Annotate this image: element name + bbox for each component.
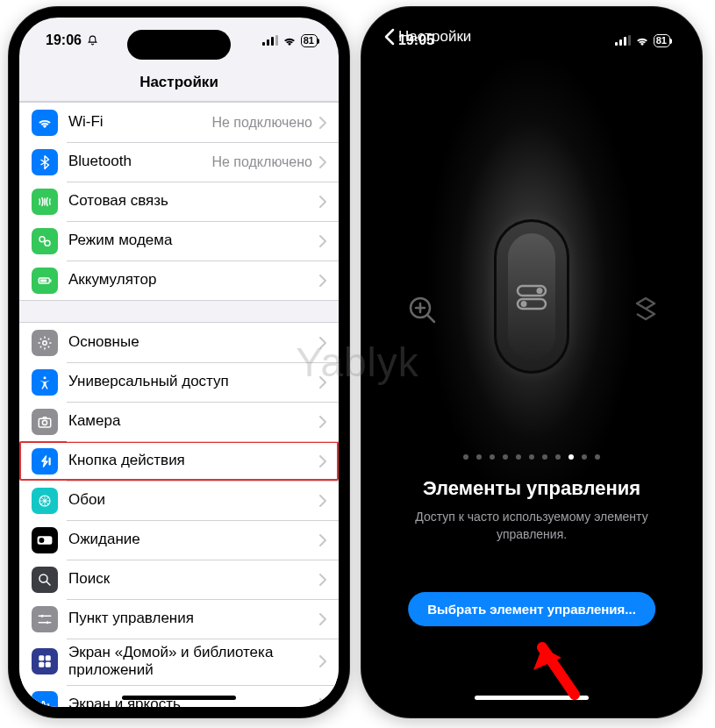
accessibility-icon bbox=[32, 369, 58, 396]
svg-point-12 bbox=[42, 420, 46, 425]
page-dot[interactable] bbox=[582, 454, 587, 460]
wifi-icon bbox=[282, 35, 297, 46]
select-control-button[interactable]: Выбрать элемент управления... bbox=[408, 592, 655, 626]
settings-row-accessibility[interactable]: Универсальный доступ bbox=[19, 362, 339, 402]
action-button-screen: 19:05 81 bbox=[372, 18, 691, 707]
settings-row-camera[interactable]: Камера bbox=[19, 402, 339, 441]
row-label: Аккумулятор bbox=[68, 271, 319, 289]
settings-row-battery[interactable]: Аккумулятор bbox=[19, 261, 339, 300]
row-label: Поиск bbox=[68, 570, 319, 588]
dynamic-island bbox=[127, 30, 231, 60]
back-button[interactable]: Настройки bbox=[384, 18, 471, 56]
chevron-right-icon bbox=[319, 196, 326, 208]
row-label: Экран «Домой» и библиотека приложений bbox=[68, 644, 319, 680]
cellular-signal-icon bbox=[615, 35, 631, 46]
settings-row-standby[interactable]: Ожидание bbox=[19, 520, 339, 560]
row-label: Основные bbox=[68, 333, 319, 351]
page-dot[interactable] bbox=[529, 454, 534, 460]
page-dot[interactable] bbox=[542, 454, 547, 460]
page-dot[interactable] bbox=[516, 454, 521, 460]
battery-level: 81 bbox=[304, 36, 314, 46]
page-dot[interactable] bbox=[476, 454, 482, 460]
chevron-right-icon bbox=[319, 698, 326, 707]
settings-row-general[interactable]: Основные bbox=[19, 323, 339, 362]
back-label: Настройки bbox=[398, 28, 471, 46]
page-dots[interactable] bbox=[372, 454, 691, 460]
svg-rect-23 bbox=[39, 662, 44, 667]
settings-row-bluetooth[interactable]: BluetoothНе подключено bbox=[19, 142, 339, 182]
page-dot[interactable] bbox=[595, 454, 600, 460]
svg-rect-22 bbox=[46, 656, 51, 661]
row-label: Ожидание bbox=[68, 531, 319, 548]
hotspot-icon bbox=[32, 228, 58, 254]
settings-list[interactable]: Wi-FiНе подключеноBluetoothНе подключено… bbox=[19, 102, 339, 707]
bell-icon bbox=[87, 35, 98, 46]
settings-row-action-button[interactable]: Кнопка действия bbox=[19, 441, 339, 481]
battery-icon bbox=[32, 268, 58, 294]
screen-right: 19:05 81 bbox=[372, 18, 691, 707]
settings-row-cellular[interactable]: Сотовая связь bbox=[19, 182, 339, 221]
svg-point-17 bbox=[39, 538, 44, 543]
page-dot[interactable] bbox=[463, 454, 468, 460]
settings-row-wifi[interactable]: Wi-FiНе подключено bbox=[19, 103, 339, 142]
camera-icon bbox=[32, 409, 58, 435]
control-center-icon bbox=[32, 606, 58, 632]
svg-point-5 bbox=[45, 240, 50, 246]
screen-left: 19:06 81 На bbox=[19, 18, 339, 707]
settings-row-home-screen[interactable]: Экран «Домой» и библиотека приложений bbox=[19, 639, 339, 685]
action-button-icon bbox=[32, 448, 58, 475]
info-title: Элементы управления bbox=[393, 477, 670, 500]
row-label: Сотовая связь bbox=[68, 192, 319, 210]
status-time: 19:06 bbox=[46, 32, 98, 48]
settings-row-hotspot[interactable]: Режим модема bbox=[19, 221, 339, 261]
chevron-right-icon bbox=[319, 574, 326, 586]
chevron-right-icon bbox=[319, 235, 326, 247]
settings-row-search[interactable]: Поиск bbox=[19, 560, 339, 599]
row-label: Камера bbox=[68, 412, 319, 430]
row-label: Обои bbox=[68, 491, 319, 509]
general-icon bbox=[32, 330, 58, 356]
magnifier-plus-icon[interactable] bbox=[402, 289, 444, 332]
battery-indicator: 81 bbox=[301, 34, 318, 47]
svg-rect-3 bbox=[275, 35, 278, 46]
row-label: Wi-Fi bbox=[68, 113, 211, 131]
page-dot[interactable] bbox=[490, 454, 495, 460]
bluetooth-icon bbox=[32, 149, 58, 175]
time-label: 19:06 bbox=[46, 32, 82, 48]
chevron-right-icon bbox=[319, 655, 326, 667]
svg-rect-0 bbox=[262, 42, 265, 46]
iphone-frame-left: 19:06 81 На bbox=[9, 7, 349, 717]
annotation-arrow bbox=[526, 632, 588, 702]
wifi-icon bbox=[635, 35, 649, 46]
chevron-right-icon bbox=[319, 534, 326, 546]
row-label: Пункт управления bbox=[68, 610, 319, 627]
chevron-right-icon bbox=[319, 495, 326, 507]
battery-indicator: 81 bbox=[654, 34, 670, 47]
settings-row-wallpaper[interactable]: Обои bbox=[19, 481, 339, 520]
svg-rect-30 bbox=[624, 37, 626, 46]
nav-header: Настройки bbox=[19, 63, 339, 102]
row-label: Универсальный доступ bbox=[68, 373, 319, 390]
svg-rect-13 bbox=[49, 457, 51, 465]
shortcuts-icon[interactable] bbox=[625, 289, 667, 332]
page-dot[interactable] bbox=[555, 454, 561, 460]
chevron-right-icon bbox=[319, 275, 326, 287]
info-desc: Доступ к часто используемому элементу уп… bbox=[393, 509, 670, 543]
svg-rect-21 bbox=[39, 656, 44, 661]
page-dot[interactable] bbox=[503, 454, 508, 460]
svg-point-18 bbox=[39, 575, 47, 582]
page-dot[interactable] bbox=[568, 454, 574, 460]
dynamic-island bbox=[480, 30, 583, 60]
display-icon: AA bbox=[32, 691, 58, 707]
chevron-right-icon bbox=[319, 376, 326, 389]
svg-rect-29 bbox=[619, 39, 622, 46]
chevron-right-icon bbox=[319, 156, 326, 168]
home-indicator[interactable] bbox=[122, 696, 236, 700]
chevron-left-icon bbox=[384, 28, 395, 46]
svg-rect-24 bbox=[46, 662, 51, 667]
svg-rect-8 bbox=[40, 279, 47, 282]
row-label: Режим модема bbox=[68, 232, 319, 249]
svg-point-10 bbox=[44, 376, 46, 379]
row-value: Не подключено bbox=[211, 115, 312, 131]
settings-row-control-center[interactable]: Пункт управления bbox=[19, 599, 339, 639]
